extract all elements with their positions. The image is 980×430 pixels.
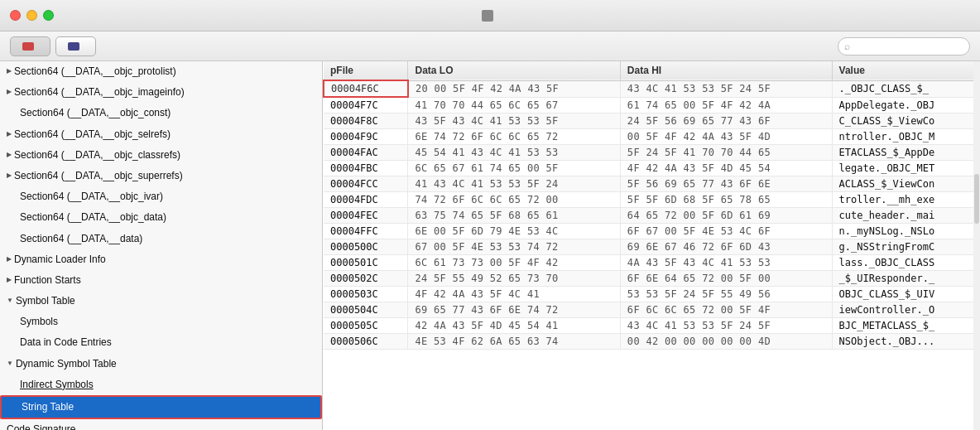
cell-data-lo: 4F 42 4A 43 5F 4C 41 (408, 287, 620, 302)
cell-data-lo: 6E 74 72 6F 6C 6C 65 72 (408, 129, 620, 145)
cell-pfile: 00004F9C (324, 129, 408, 145)
cell-pfile: 00004FBC (324, 161, 408, 176)
table-row: 00004F7C41 70 70 44 65 6C 65 6761 74 65 … (324, 97, 980, 114)
sidebar-item-section64-protolist[interactable]: ▶Section64 (__DATA,__objc_protolist) (0, 61, 322, 82)
sidebar-label-string-table: String Table (22, 399, 74, 415)
cell-data-lo: 67 00 5F 4E 53 53 74 72 (408, 239, 620, 255)
sidebar-item-section64-ivar[interactable]: Section64 (__DATA,__objc_ivar) (0, 186, 322, 207)
table-row: 0000506C4E 53 4F 62 6A 65 63 7400 42 00 … (324, 334, 980, 350)
sidebar-item-dynamic-loader-info[interactable]: ▶Dynamic Loader Info (0, 249, 322, 270)
close-button[interactable] (10, 10, 21, 21)
table-row: 0000504C69 65 77 43 6F 6E 74 726F 6C 6C … (324, 302, 980, 318)
cell-data-hi: 6F 6C 6C 65 72 00 5F 4F (620, 302, 832, 318)
sidebar-label-dynamic-loader-info: Dynamic Loader Info (14, 252, 106, 268)
cell-data-lo: 69 65 77 43 6F 6E 74 72 (408, 302, 620, 318)
sidebar-item-dynamic-symbol-table[interactable]: ▼Dynamic Symbol Table (0, 354, 322, 374)
cell-pfile: 00004FAC (324, 145, 408, 161)
cell-data-lo: 24 5F 55 49 52 65 73 70 (408, 271, 620, 287)
arrow-icon-dynamic-symbol-table: ▼ (7, 359, 13, 370)
scroll-thumb[interactable] (974, 174, 979, 224)
arrow-icon-dynamic-loader-info: ▶ (7, 254, 12, 265)
cell-data-hi: 61 74 65 00 5F 4F 42 4A (620, 97, 832, 114)
cell-pfile: 00004FFC (324, 224, 408, 239)
cell-data-hi: 00 42 00 00 00 00 00 4D (620, 334, 832, 350)
cell-pfile: 0000505C (324, 318, 408, 334)
cell-data-lo: 41 70 70 44 65 6C 65 67 (408, 97, 620, 114)
raw-button[interactable] (10, 36, 50, 56)
sidebar-label-section64-ivar: Section64 (__DATA,__objc_ivar) (20, 189, 163, 205)
cell-data-lo: 4E 53 4F 62 6A 65 63 74 (408, 334, 620, 350)
cell-pfile: 00004F7C (324, 97, 408, 114)
col-header-value: Value (832, 61, 979, 80)
main-layout: ▶Section64 (__DATA,__objc_protolist)▶Sec… (0, 61, 980, 430)
search-input[interactable] (838, 37, 970, 56)
raw-icon (22, 42, 34, 51)
cell-pfile: 00004F6C (324, 80, 408, 97)
cell-data-lo: 6E 00 5F 6D 79 4E 53 4C (408, 224, 620, 239)
cell-value: _$_UIResponder._ (832, 271, 979, 287)
sidebar-item-section64-data2[interactable]: Section64 (__DATA,__data) (0, 229, 322, 249)
table-row: 00004FCC41 43 4C 41 53 53 5F 245F 56 69 … (324, 176, 980, 192)
sidebar-item-section64-classrefs[interactable]: ▶Section64 (__DATA,__objc_classrefs) (0, 145, 322, 166)
table-header-row: pFileData LOData HIValue (324, 61, 980, 80)
cell-data-lo: 43 5F 43 4C 41 53 53 5F (408, 114, 620, 129)
cell-data-lo: 74 72 6F 6C 6C 65 72 00 (408, 192, 620, 208)
cell-data-lo: 20 00 5F 4F 42 4A 43 5F (408, 80, 620, 97)
cell-pfile: 0000506C (324, 334, 408, 350)
table-row: 00004FFC6E 00 5F 6D 79 4E 53 4C6F 67 00 … (324, 224, 980, 239)
minimize-button[interactable] (26, 10, 37, 21)
cell-value: lass._OBJC_CLASS (832, 255, 979, 271)
sidebar-item-symbols[interactable]: Symbols (0, 312, 322, 332)
cell-data-lo: 41 43 4C 41 53 53 5F 24 (408, 176, 620, 192)
search-wrapper: ⌕ (838, 37, 970, 56)
cell-data-hi: 53 53 5F 24 5F 55 49 56 (620, 287, 832, 302)
search-icon: ⌕ (844, 41, 850, 52)
sidebar-item-symbol-table[interactable]: ▼Symbol Table (0, 291, 322, 312)
scrollbar[interactable] (973, 61, 980, 430)
cell-pfile: 0000501C (324, 255, 408, 271)
toolbar: ⌕ (0, 31, 980, 61)
sidebar-item-code-signature[interactable]: Code Signature (0, 419, 322, 430)
arrow-icon-section64-imageinfo: ▶ (7, 87, 12, 98)
sidebar-item-section64-imageinfo[interactable]: ▶Section64 (__DATA,__objc_imageinfo) (0, 82, 322, 103)
cell-data-hi: 69 6E 67 46 72 6F 6D 43 (620, 239, 832, 255)
sidebar-item-indirect-symbols[interactable]: Indirect Symbols (0, 374, 322, 395)
table-row: 00004FAC45 54 41 43 4C 41 53 535F 24 5F … (324, 145, 980, 161)
cell-value: cute_header._mai (832, 208, 979, 224)
table-row: 00004F9C6E 74 72 6F 6C 6C 65 7200 5F 4F … (324, 129, 980, 145)
arrow-icon-section64-superrefs: ▶ (7, 171, 12, 181)
content-area: pFileData LOData HIValue 00004F6C20 00 5… (323, 61, 980, 430)
sidebar-item-section64-superrefs[interactable]: ▶Section64 (__DATA,__objc_superrefs) (0, 166, 322, 186)
sidebar-item-string-table[interactable]: String Table (0, 395, 322, 419)
sidebar-item-function-starts[interactable]: ▶Function Starts (0, 270, 322, 291)
sidebar-item-section64-selrefs[interactable]: ▶Section64 (__DATA,__objc_selrefs) (0, 124, 322, 145)
cell-pfile: 0000502C (324, 271, 408, 287)
cell-value: g._NSStringFromC (832, 239, 979, 255)
arrow-icon-section64-selrefs: ▶ (7, 129, 12, 140)
cell-data-hi: 6F 67 00 5F 4E 53 4C 6F (620, 224, 832, 239)
sidebar-label-section64-protolist: Section64 (__DATA,__objc_protolist) (14, 64, 176, 80)
sidebar-item-section64-data[interactable]: Section64 (__DATA,__objc_data) (0, 207, 322, 228)
cell-data-hi: 43 4C 41 53 53 5F 24 5F (620, 318, 832, 334)
cell-value: ACLASS_$_ViewCon (832, 176, 979, 192)
sidebar-label-section64-classrefs: Section64 (__DATA,__objc_classrefs) (14, 147, 180, 163)
rva-icon (68, 42, 79, 51)
sidebar-label-dynamic-symbol-table: Dynamic Symbol Table (16, 356, 117, 372)
sidebar-label-data-in-code: Data in Code Entries (20, 335, 112, 350)
maximize-button[interactable] (43, 10, 54, 21)
cell-data-hi: 00 5F 4F 42 4A 43 5F 4D (620, 129, 832, 145)
arrow-icon-section64-classrefs: ▶ (7, 150, 12, 161)
sidebar-label-function-starts: Function Starts (14, 273, 81, 288)
sidebar-item-section64-const[interactable]: Section64 (__DATA,__objc_const) (0, 103, 322, 123)
cell-data-lo: 6C 65 67 61 74 65 00 5F (408, 161, 620, 176)
sidebar-item-data-in-code[interactable]: Data in Code Entries (0, 332, 322, 353)
cell-value: OBJC_CLASS_$_UIV (832, 287, 979, 302)
rva-button[interactable] (55, 36, 96, 56)
cell-data-hi: 64 65 72 00 5F 6D 61 69 (620, 208, 832, 224)
cell-pfile: 0000503C (324, 287, 408, 302)
cell-value: n._myNSLog._NSLo (832, 224, 979, 239)
cell-data-hi: 6F 6E 64 65 72 00 5F 00 (620, 271, 832, 287)
sidebar-label-section64-imageinfo: Section64 (__DATA,__objc_imageinfo) (14, 85, 185, 100)
window-controls (10, 10, 54, 21)
arrow-icon-section64-protolist: ▶ (7, 66, 12, 77)
